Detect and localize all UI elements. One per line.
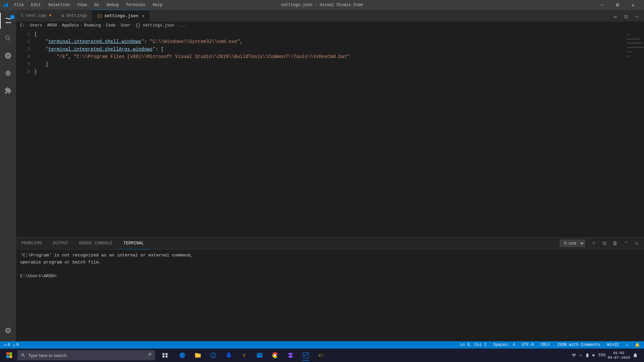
activity-extensions[interactable]	[0, 82, 16, 99]
tab-settings[interactable]: ⚙ Settings	[57, 10, 92, 21]
cmd-icon: C:\	[318, 352, 325, 359]
tab-problems[interactable]: PROBLEMS	[16, 238, 48, 249]
svg-text:C:\: C:\	[319, 354, 323, 357]
chrome-icon	[272, 352, 278, 359]
battery-icon	[585, 353, 590, 358]
tab-label-test-cpp: test.cpp	[25, 13, 46, 18]
status-language[interactable]: JSON with Comments	[555, 341, 602, 349]
terminal-content[interactable]: 'C:\Program' is not recognized as an int…	[16, 249, 644, 341]
menu-view[interactable]: View	[74, 2, 90, 8]
activity-explorer[interactable]: 1	[0, 13, 16, 29]
close-panel-button[interactable]: ✕	[632, 239, 641, 248]
taskbar-scratch[interactable]: ⚡	[237, 349, 252, 361]
menu-selection[interactable]: Selection	[45, 2, 73, 8]
open-editors-button[interactable]: ⇄	[610, 12, 620, 21]
error-count: 0	[7, 343, 10, 347]
status-bell[interactable]: 🔔	[634, 341, 641, 349]
tab-output[interactable]: OUTPUT	[48, 238, 74, 249]
new-terminal-button[interactable]: +	[589, 239, 598, 248]
task-view-button[interactable]	[158, 349, 172, 361]
notification-button[interactable]	[632, 349, 639, 361]
microphone-icon[interactable]: 🎤	[146, 353, 152, 358]
status-encoding[interactable]: UTF-8	[520, 341, 535, 349]
tab-close-button[interactable]: ✕	[142, 13, 144, 19]
start-button[interactable]	[3, 349, 16, 361]
taskbar-edge[interactable]	[175, 349, 190, 361]
minimize-button[interactable]: ─	[594, 0, 610, 10]
status-bar: ✕ 0 ⚠ 0 Ln 6, Col 2 Spaces: 4 UTF-8 CRLF…	[0, 341, 644, 349]
breadcrumb-appdata[interactable]: AppData	[62, 23, 79, 28]
menu-terminal[interactable]: Terminal	[123, 2, 149, 8]
taskbar-file-explorer[interactable]	[191, 349, 205, 361]
terminal-dropdown[interactable]: 5: cmd	[560, 240, 585, 247]
code-line-4: "/k", "C:\\Program Files (x86)\\Microsof…	[33, 53, 624, 60]
store-icon	[210, 352, 217, 359]
taskbar-vs-blue[interactable]	[299, 349, 313, 361]
code-content[interactable]: { "terminal.integrated.shell.windows": "…	[33, 29, 624, 237]
breadcrumb-code[interactable]: Code	[106, 23, 116, 28]
restore-button[interactable]: ⧉	[610, 0, 625, 10]
task-view-icon	[162, 352, 168, 358]
svg-rect-5	[166, 353, 168, 355]
maximize-panel-button[interactable]: ⌃	[621, 239, 631, 248]
taskbar-vs-preview[interactable]	[283, 349, 298, 361]
status-spaces[interactable]: Spaces: 4	[492, 341, 517, 349]
more-actions-button[interactable]: ⋯	[632, 12, 641, 21]
kill-terminal-button[interactable]: 🗑	[610, 239, 620, 248]
breadcrumb-roaming[interactable]: Roaming	[84, 23, 101, 28]
tab-debug-console[interactable]: DEBUG CONSOLE	[74, 238, 118, 249]
taskbar-mail[interactable]	[252, 349, 267, 361]
status-line-ending[interactable]: CRLF	[539, 341, 551, 349]
menu-file[interactable]: File	[11, 2, 27, 8]
tab-test-cpp[interactable]: C test.cpp •	[16, 10, 57, 21]
menu-edit[interactable]: Edit	[28, 2, 44, 8]
system-clock: 01:0203-07-2019	[608, 351, 630, 360]
breadcrumb-user[interactable]: User	[121, 23, 130, 28]
dropbox-icon	[225, 352, 232, 359]
search-input[interactable]	[28, 353, 143, 358]
menu-debug[interactable]: Debug	[103, 2, 122, 8]
extensions-icon	[4, 87, 12, 94]
svg-rect-0	[6, 352, 9, 355]
line-numbers: 1 2 3 4 5 6	[16, 29, 33, 237]
split-editor-button[interactable]: ⧉	[621, 12, 631, 21]
breadcrumb-users[interactable]: Users	[30, 23, 42, 28]
svg-rect-3	[9, 355, 12, 358]
status-platform[interactable]: Win32	[606, 341, 621, 349]
activity-git[interactable]	[0, 48, 16, 64]
terminal-selector: 5: cmd	[557, 240, 588, 247]
taskbar-chrome[interactable]	[268, 349, 282, 361]
taskbar-dropbox[interactable]	[221, 349, 236, 361]
terminal-line-2: operable program or batch file.	[20, 259, 640, 266]
menu-go[interactable]: Go	[91, 2, 102, 8]
chevron-up-icon[interactable]	[578, 353, 583, 358]
language-indicator[interactable]: ENG	[598, 353, 606, 358]
taskbar-search-box[interactable]: 🎤	[17, 350, 155, 360]
feedback-icon: ☺	[626, 343, 628, 347]
activity-search[interactable]	[0, 30, 16, 46]
breadcrumb-arsh[interactable]: ARSH	[47, 23, 57, 28]
bell-icon: 🔔	[635, 343, 640, 348]
breadcrumb-ellipsis[interactable]: ...	[179, 23, 187, 28]
debug-icon	[4, 69, 12, 77]
activity-debug[interactable]	[0, 65, 16, 81]
status-feedback[interactable]: ☺	[625, 341, 630, 349]
tab-settings-json[interactable]: {} settings.json ✕	[92, 10, 149, 21]
status-position[interactable]: Ln 6, Col 2	[459, 341, 488, 349]
breadcrumb-settings-json[interactable]: {} settings.json	[136, 23, 174, 28]
activity-settings[interactable]	[0, 322, 16, 339]
system-tray: ENG 01:0203-07-2019	[572, 349, 641, 361]
taskbar-cmd[interactable]: C:\	[314, 349, 329, 361]
code-editor[interactable]: 1 2 3 4 5 6 { "terminal.integrated.shell…	[16, 29, 644, 237]
json-icon: {}	[97, 13, 102, 18]
menu-help[interactable]: Help	[149, 2, 166, 8]
status-errors[interactable]: ✕ 0 ⚠ 0	[3, 341, 20, 349]
close-button[interactable]: ✕	[625, 0, 641, 10]
taskbar-store[interactable]	[206, 349, 221, 361]
breadcrumb-c[interactable]: C:	[20, 23, 25, 28]
speaker-icon	[592, 353, 596, 358]
tab-terminal[interactable]: TERMINAL	[118, 238, 150, 249]
editor-terminal-split: 1 2 3 4 5 6 { "terminal.integrated.shell…	[16, 29, 644, 341]
split-terminal-button[interactable]: ⧉	[600, 239, 609, 248]
encoding-label: UTF-8	[522, 343, 534, 347]
